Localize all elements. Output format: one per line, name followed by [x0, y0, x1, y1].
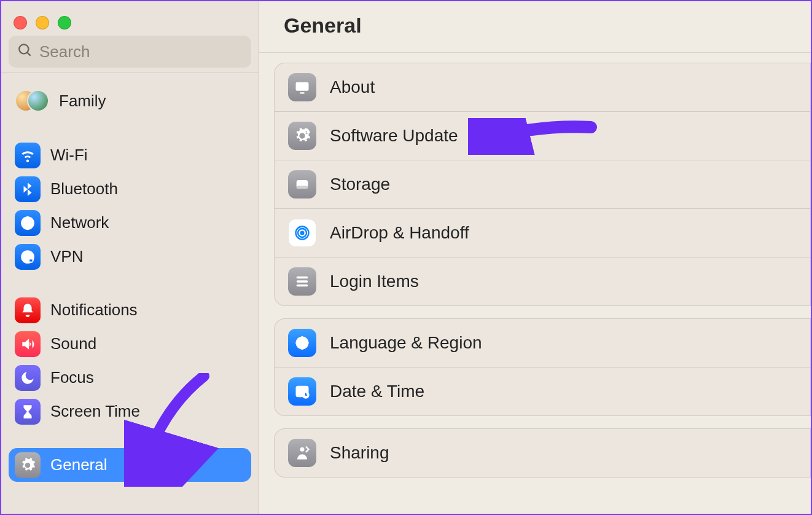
sidebar-item-label: Notifications [50, 301, 138, 320]
page-title: General [284, 14, 786, 37]
family-avatars-icon [15, 88, 49, 113]
sidebar-item-wifi[interactable]: Wi-Fi [9, 138, 251, 172]
svg-rect-16 [297, 277, 308, 279]
bell-icon [15, 297, 41, 323]
row-storage[interactable]: Storage [275, 160, 810, 208]
row-about[interactable]: About [275, 63, 810, 111]
row-date-time[interactable]: Date & Time [275, 367, 810, 415]
calendar-clock-icon [288, 377, 316, 406]
sidebar-item-label: Focus [50, 368, 94, 387]
sidebar-list: Family Wi-Fi Bluetooth [1, 73, 259, 514]
svg-line-1 [27, 52, 30, 55]
row-software-update[interactable]: 1 Software Update [275, 111, 810, 160]
sidebar: Family Wi-Fi Bluetooth [1, 1, 259, 514]
sidebar-item-general[interactable]: General [9, 448, 251, 482]
group-2: Language & Region Date & Time [274, 318, 811, 416]
row-label: Date & Time [330, 382, 424, 401]
sidebar-item-focus[interactable]: Focus [9, 361, 251, 395]
sidebar-item-label: Sound [50, 334, 96, 353]
settings-window: Family Wi-Fi Bluetooth [1, 1, 811, 514]
sidebar-item-label: Family [59, 92, 106, 111]
svg-point-13 [300, 231, 305, 235]
group-1: About 1 Software Update Storage [274, 63, 811, 306]
svg-rect-12 [297, 186, 308, 189]
row-label: Software Update [330, 126, 458, 146]
sidebar-item-label: Wi-Fi [50, 146, 88, 165]
sharing-icon [288, 439, 316, 467]
globe-icon [288, 329, 316, 357]
search-input[interactable] [39, 42, 243, 61]
row-label: Sharing [330, 443, 389, 463]
row-airdrop-handoff[interactable]: AirDrop & Handoff [275, 208, 810, 257]
sidebar-item-screentime[interactable]: Screen Time [9, 395, 251, 428]
svg-rect-6 [296, 82, 309, 91]
bluetooth-icon [15, 176, 41, 202]
sidebar-item-label: Network [50, 213, 109, 232]
minimize-button[interactable] [36, 16, 49, 29]
sidebar-item-bluetooth[interactable]: Bluetooth [9, 172, 251, 206]
search-field-container[interactable] [9, 36, 251, 68]
wifi-icon [15, 143, 41, 168]
group-3: Sharing [274, 428, 811, 478]
row-sharing[interactable]: Sharing [275, 429, 810, 477]
sidebar-item-family[interactable]: Family [9, 83, 251, 119]
moon-icon [15, 365, 41, 391]
svg-point-22 [300, 447, 305, 452]
row-label: Language & Region [330, 333, 482, 353]
hourglass-icon [15, 399, 41, 425]
sidebar-item-vpn[interactable]: VPN [9, 240, 251, 273]
storage-icon [288, 170, 316, 199]
sound-icon [15, 331, 41, 357]
row-label: Storage [330, 175, 390, 194]
svg-rect-7 [300, 92, 305, 93]
close-button[interactable] [14, 16, 27, 29]
window-traffic-lights [1, 1, 259, 36]
main-pane: General About 1 Software Update [259, 1, 811, 514]
svg-rect-5 [29, 259, 32, 261]
svg-text:1: 1 [305, 130, 308, 135]
gear-icon [15, 452, 41, 478]
vpn-icon [15, 244, 41, 270]
sidebar-item-sound[interactable]: Sound [9, 327, 251, 361]
list-icon [288, 267, 316, 296]
sidebar-item-label: VPN [50, 247, 83, 266]
row-language-region[interactable]: Language & Region [275, 319, 810, 367]
search-icon [17, 42, 33, 61]
sidebar-item-label: Screen Time [50, 402, 140, 421]
row-login-items[interactable]: Login Items [275, 257, 810, 305]
svg-point-0 [19, 44, 28, 53]
gear-badge-icon: 1 [288, 122, 316, 150]
row-label: About [330, 77, 375, 97]
row-label: Login Items [330, 272, 419, 291]
svg-rect-18 [297, 285, 308, 287]
content-groups: About 1 Software Update Storage [259, 53, 811, 490]
sidebar-item-label: General [50, 455, 107, 474]
fullscreen-button[interactable] [58, 16, 71, 29]
row-label: AirDrop & Handoff [330, 223, 469, 243]
sidebar-item-label: Bluetooth [50, 179, 118, 199]
airdrop-icon [288, 219, 316, 247]
network-icon [15, 210, 41, 236]
main-header: General [259, 1, 811, 53]
sidebar-item-network[interactable]: Network [9, 206, 251, 240]
svg-rect-17 [297, 280, 308, 283]
sidebar-item-notifications[interactable]: Notifications [9, 293, 251, 327]
display-icon [288, 73, 316, 101]
